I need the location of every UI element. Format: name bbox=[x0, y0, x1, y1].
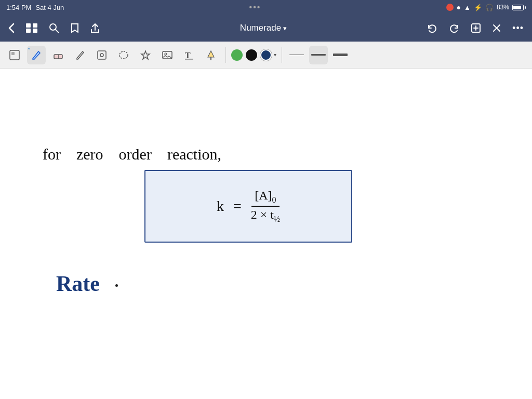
nav-center: Numerade ▾ bbox=[102, 23, 425, 33]
wifi-icon: ● bbox=[457, 3, 461, 11]
svg-rect-15 bbox=[98, 51, 106, 59]
word-order: order bbox=[119, 145, 152, 163]
word-for: for bbox=[43, 145, 61, 163]
formula-denominator: 2 × t½ bbox=[251, 207, 280, 224]
svg-point-19 bbox=[165, 53, 167, 55]
nav-right: ••• bbox=[425, 21, 526, 36]
separator-2 bbox=[282, 47, 282, 63]
lasso-tool[interactable] bbox=[114, 46, 133, 64]
record-dot bbox=[446, 4, 454, 11]
redo-button[interactable] bbox=[447, 21, 461, 35]
word-reaction: reaction, bbox=[167, 145, 221, 163]
star-tool[interactable] bbox=[136, 46, 155, 64]
more-button[interactable]: ••• bbox=[510, 21, 526, 36]
status-left: 1:54 PM Sat 4 Jun bbox=[6, 4, 64, 11]
toolbar: * bbox=[0, 42, 532, 69]
svg-rect-3 bbox=[33, 29, 37, 33]
date-display: Sat 4 Jun bbox=[35, 4, 64, 11]
rate-text: Rate bbox=[56, 271, 100, 296]
wifi-bars: ▲ bbox=[464, 4, 471, 11]
svg-rect-1 bbox=[33, 23, 37, 28]
formula-box: k = [A]0 2 × t½ bbox=[144, 170, 352, 243]
nav-dropdown-arrow[interactable]: ▾ bbox=[283, 24, 287, 32]
time-display: 1:54 PM bbox=[6, 4, 31, 11]
search-button[interactable] bbox=[47, 21, 61, 35]
rate-cursor bbox=[115, 284, 118, 287]
eraser-tool[interactable] bbox=[49, 46, 68, 64]
add-page-button[interactable] bbox=[469, 21, 483, 35]
nav-title[interactable]: Numerade ▾ bbox=[240, 23, 287, 33]
stroke-thick[interactable] bbox=[331, 46, 350, 64]
svg-rect-0 bbox=[26, 23, 31, 28]
svg-rect-13 bbox=[54, 55, 62, 59]
word-zero: zero bbox=[76, 145, 103, 163]
undo-button[interactable] bbox=[425, 21, 440, 35]
color-black[interactable] bbox=[246, 49, 257, 61]
back-button[interactable] bbox=[6, 21, 17, 35]
nav-bar: Numerade ▾ bbox=[0, 15, 532, 42]
svg-rect-2 bbox=[26, 29, 31, 33]
svg-point-16 bbox=[100, 54, 103, 57]
highlighter-tool[interactable] bbox=[202, 46, 220, 64]
color-green[interactable] bbox=[231, 49, 243, 61]
separator-1 bbox=[225, 47, 226, 63]
formula-numerator: [A]0 bbox=[251, 189, 279, 207]
canvas-area[interactable]: for zero order reaction, k = [A]0 2 × t½… bbox=[0, 69, 532, 399]
status-bar: 1:54 PM Sat 4 Jun ••• ● ▲ ⚡ 🎧 83% bbox=[0, 0, 532, 15]
battery-icon bbox=[512, 5, 526, 10]
text-tool[interactable]: T bbox=[180, 46, 198, 64]
svg-line-5 bbox=[56, 30, 59, 33]
dots-indicator: ••• bbox=[249, 3, 261, 12]
svg-point-17 bbox=[119, 51, 128, 59]
bookmark-button[interactable] bbox=[69, 21, 81, 35]
share-button[interactable] bbox=[88, 21, 102, 35]
select-tool[interactable] bbox=[5, 46, 24, 64]
header-text: for zero order reaction, bbox=[43, 145, 221, 163]
image-tool[interactable] bbox=[158, 46, 177, 64]
status-right: ● ▲ ⚡ 🎧 83% bbox=[446, 3, 526, 11]
pencil-tool[interactable] bbox=[71, 46, 89, 64]
formula-fraction: [A]0 2 × t½ bbox=[251, 189, 280, 224]
formula-equals: = bbox=[233, 198, 242, 215]
nav-left bbox=[6, 21, 102, 35]
battery-percent: 83% bbox=[497, 4, 509, 11]
svg-rect-11 bbox=[10, 50, 19, 60]
formula-content: k = [A]0 2 × t½ bbox=[217, 189, 280, 224]
color-dropdown-arrow[interactable]: ▾ bbox=[274, 52, 276, 58]
status-dots: ••• bbox=[249, 3, 261, 12]
svg-rect-21 bbox=[185, 59, 193, 60]
stroke-thin[interactable] bbox=[287, 46, 306, 64]
close-button[interactable] bbox=[490, 22, 503, 34]
svg-text:T: T bbox=[185, 51, 191, 60]
svg-point-4 bbox=[50, 24, 56, 30]
grid-button[interactable] bbox=[24, 21, 39, 35]
bluetooth-icon: ⚡ bbox=[474, 4, 482, 11]
headphone-icon: 🎧 bbox=[485, 4, 494, 11]
subscript-zero: 0 bbox=[272, 195, 276, 204]
stroke-medium[interactable] bbox=[309, 46, 328, 64]
formula-lhs: k bbox=[217, 198, 224, 215]
subscript-half: ½ bbox=[274, 215, 280, 223]
color-blue-dark[interactable] bbox=[260, 49, 272, 61]
shapes-tool[interactable] bbox=[92, 46, 111, 64]
svg-rect-12 bbox=[11, 52, 15, 55]
pen-tool[interactable]: * bbox=[27, 46, 46, 64]
